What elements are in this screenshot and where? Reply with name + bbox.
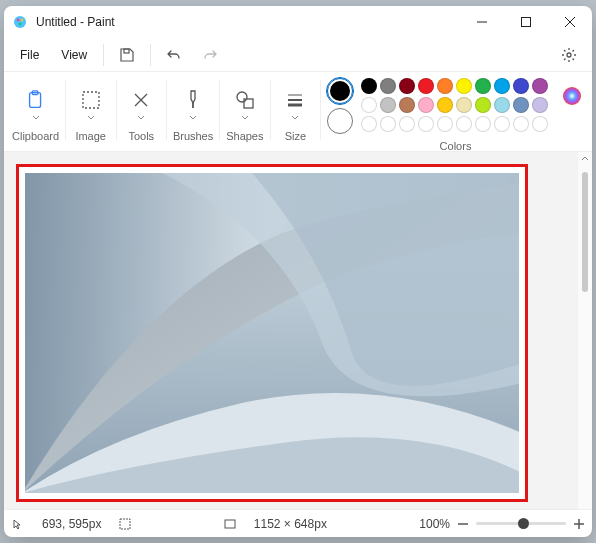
svg-rect-12 bbox=[83, 92, 99, 108]
zoom-in-button[interactable] bbox=[574, 519, 584, 529]
canvas-scroll-area[interactable] bbox=[4, 152, 578, 509]
color-primary[interactable] bbox=[327, 78, 353, 104]
palette-color[interactable] bbox=[456, 78, 472, 94]
chevron-down-icon bbox=[291, 114, 299, 122]
content-area bbox=[4, 152, 592, 509]
zoom-slider[interactable] bbox=[476, 522, 566, 525]
palette-color[interactable] bbox=[475, 78, 491, 94]
palette-color[interactable] bbox=[380, 78, 396, 94]
separator bbox=[219, 80, 220, 140]
separator bbox=[320, 80, 321, 140]
palette-color[interactable] bbox=[380, 97, 396, 113]
separator bbox=[116, 80, 117, 140]
selection-highlight bbox=[16, 164, 528, 502]
palette-color[interactable] bbox=[532, 116, 548, 132]
group-shapes: Shapes bbox=[226, 76, 264, 150]
scrollbar-thumb[interactable] bbox=[582, 172, 588, 292]
paste-button[interactable] bbox=[17, 76, 55, 124]
redo-icon[interactable] bbox=[193, 40, 227, 70]
tools-button[interactable] bbox=[122, 76, 160, 124]
palette-color[interactable] bbox=[418, 116, 434, 132]
group-clipboard: Clipboard bbox=[12, 76, 59, 150]
palette-color[interactable] bbox=[532, 97, 548, 113]
palette-color[interactable] bbox=[456, 97, 472, 113]
canvas-size-icon bbox=[224, 518, 236, 530]
svg-point-13 bbox=[237, 92, 247, 102]
size-button[interactable] bbox=[276, 76, 314, 124]
separator bbox=[166, 80, 167, 140]
palette-color[interactable] bbox=[456, 116, 472, 132]
app-icon bbox=[12, 14, 28, 30]
separator bbox=[65, 80, 66, 140]
brushes-button[interactable] bbox=[174, 76, 212, 124]
svg-rect-20 bbox=[120, 519, 130, 529]
group-tools: Tools bbox=[122, 76, 160, 150]
palette-color[interactable] bbox=[437, 78, 453, 94]
svg-rect-8 bbox=[124, 49, 129, 53]
label-brushes: Brushes bbox=[173, 130, 213, 142]
palette-color[interactable] bbox=[513, 116, 529, 132]
group-image: Image bbox=[72, 76, 110, 150]
shapes-button[interactable] bbox=[226, 76, 264, 124]
label-clipboard: Clipboard bbox=[12, 130, 59, 142]
palette-color[interactable] bbox=[399, 78, 415, 94]
window-title: Untitled - Paint bbox=[36, 15, 115, 29]
color-secondary[interactable] bbox=[327, 108, 353, 134]
palette-color[interactable] bbox=[437, 97, 453, 113]
palette-color[interactable] bbox=[494, 78, 510, 94]
maximize-button[interactable] bbox=[504, 6, 548, 38]
label-shapes: Shapes bbox=[226, 130, 263, 142]
palette-color[interactable] bbox=[361, 116, 377, 132]
chevron-down-icon bbox=[189, 114, 197, 122]
group-brushes: Brushes bbox=[173, 76, 213, 150]
palette-color[interactable] bbox=[418, 78, 434, 94]
separator bbox=[270, 80, 271, 140]
canvas-dimensions: 1152 × 648px bbox=[254, 517, 327, 531]
palette-color[interactable] bbox=[399, 97, 415, 113]
chevron-down-icon bbox=[32, 114, 40, 122]
save-icon[interactable] bbox=[110, 40, 144, 70]
cursor-icon bbox=[12, 518, 24, 530]
label-tools: Tools bbox=[128, 130, 154, 142]
close-button[interactable] bbox=[548, 6, 592, 38]
select-button[interactable] bbox=[72, 76, 110, 124]
palette-color[interactable] bbox=[475, 97, 491, 113]
paint-window: Untitled - Paint File View Clipboard bbox=[4, 6, 592, 537]
menu-view[interactable]: View bbox=[51, 44, 97, 66]
svg-rect-21 bbox=[225, 520, 235, 528]
palette-color[interactable] bbox=[494, 97, 510, 113]
undo-icon[interactable] bbox=[157, 40, 191, 70]
canvas-image[interactable] bbox=[25, 173, 519, 493]
palette-color[interactable] bbox=[494, 116, 510, 132]
zoom-slider-thumb[interactable] bbox=[518, 518, 529, 529]
svg-point-0 bbox=[14, 16, 26, 28]
chevron-down-icon bbox=[137, 114, 145, 122]
palette-color[interactable] bbox=[399, 116, 415, 132]
minimize-button[interactable] bbox=[460, 6, 504, 38]
chevron-down-icon bbox=[87, 114, 95, 122]
vertical-scrollbar[interactable] bbox=[578, 152, 592, 509]
svg-point-1 bbox=[17, 19, 20, 22]
statusbar: 693, 595px 1152 × 648px 100% bbox=[4, 509, 592, 537]
svg-point-18 bbox=[563, 87, 581, 105]
palette-color[interactable] bbox=[475, 116, 491, 132]
palette-color[interactable] bbox=[361, 78, 377, 94]
palette-color[interactable] bbox=[513, 78, 529, 94]
palette-color[interactable] bbox=[532, 78, 548, 94]
zoom-out-button[interactable] bbox=[458, 519, 468, 529]
edit-colors-button[interactable] bbox=[560, 84, 584, 108]
group-size: Size bbox=[276, 76, 314, 150]
palette-color[interactable] bbox=[380, 116, 396, 132]
palette-color[interactable] bbox=[513, 97, 529, 113]
palette-color[interactable] bbox=[418, 97, 434, 113]
titlebar: Untitled - Paint bbox=[4, 6, 592, 38]
palette-color[interactable] bbox=[361, 97, 377, 113]
palette-color[interactable] bbox=[437, 116, 453, 132]
color-palette bbox=[361, 78, 548, 132]
svg-point-9 bbox=[567, 53, 571, 57]
chevron-up-icon bbox=[581, 154, 589, 162]
zoom-control: 100% bbox=[419, 517, 584, 531]
label-image: Image bbox=[75, 130, 106, 142]
menu-file[interactable]: File bbox=[10, 44, 49, 66]
settings-icon[interactable] bbox=[552, 40, 586, 70]
